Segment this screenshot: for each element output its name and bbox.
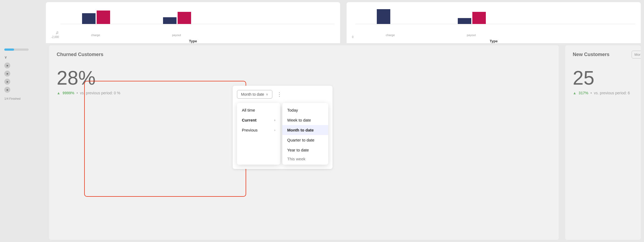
month-to-date-dropdown-btn[interactable]: Month to date ∨ bbox=[237, 90, 272, 99]
main-content-area: ∨ 1/4 Finished Churned Customers 28% ▲ 9… bbox=[0, 43, 644, 242]
left-chart-svg: charge payout bbox=[60, 8, 335, 37]
left-sidebar: ∨ 1/4 Finished bbox=[0, 43, 46, 242]
dropdown-item-week-to-date[interactable]: Week to date bbox=[282, 115, 328, 125]
charge-red-bar bbox=[97, 11, 110, 24]
play-button-3[interactable] bbox=[4, 79, 10, 85]
new-customers-card: New Customers Mor 25 ▲ 317% • vs. previo… bbox=[565, 45, 641, 240]
x-label-charge: charge bbox=[91, 33, 100, 37]
y-axis-label-left: To bbox=[56, 24, 59, 34]
dropdown-chevron-icon: ∨ bbox=[266, 92, 268, 96]
right-chart-panel: 0 charge payout Type bbox=[347, 2, 641, 43]
this-week-label: This week bbox=[287, 157, 306, 161]
dropdown-trigger-area: Month to date ∨ ⋮ All time Current › Pre… bbox=[233, 86, 333, 169]
y-tick-left: -2,000 bbox=[51, 36, 59, 39]
right-x-label-charge: charge bbox=[386, 33, 395, 37]
charge-blue-bar bbox=[82, 13, 96, 24]
x-label-payout: payout bbox=[172, 33, 181, 37]
dropdown-selected-label: Month to date bbox=[241, 92, 264, 96]
progress-bar-fill bbox=[4, 49, 14, 51]
dropdown-item-today[interactable]: Today bbox=[282, 105, 328, 115]
quarter-to-date-label: Quarter to date bbox=[287, 138, 314, 142]
dropdown-item-month-to-date[interactable]: Month to date bbox=[282, 125, 328, 135]
secondary-dropdown-menu: Today Week to date Month to date Quarter… bbox=[282, 103, 328, 165]
progress-text: 1/4 Finished bbox=[4, 97, 21, 100]
new-customers-overlay bbox=[565, 45, 641, 240]
all-time-label: All time bbox=[242, 108, 255, 112]
right-charge-blue-bar bbox=[377, 9, 390, 24]
play-button-2[interactable] bbox=[4, 71, 10, 77]
play-button-4[interactable] bbox=[4, 87, 10, 93]
right-chart-x-title: Type bbox=[352, 39, 635, 43]
dropdown-menus-container: All time Current › Previous › Today Week… bbox=[237, 103, 328, 165]
previous-label: Previous bbox=[242, 128, 257, 132]
today-label: Today bbox=[287, 108, 298, 112]
payout-red-bar bbox=[178, 12, 191, 24]
top-charts-area: To -2,000 charge payout T bbox=[0, 0, 644, 43]
left-chart-panel: To -2,000 charge payout T bbox=[46, 2, 340, 43]
dropdown-item-current[interactable]: Current › bbox=[237, 115, 280, 125]
current-chevron-icon: › bbox=[274, 118, 275, 122]
right-chart-svg: charge payout bbox=[355, 8, 635, 37]
left-chart-x-title: Type bbox=[51, 39, 335, 43]
dropdown-item-all-time[interactable]: All time bbox=[237, 105, 280, 115]
right-x-label-payout: payout bbox=[467, 33, 476, 37]
right-payout-blue-bar bbox=[458, 18, 471, 24]
more-options-btn[interactable]: ⋮ bbox=[274, 90, 284, 99]
dropdown-item-this-week[interactable]: This week bbox=[282, 155, 328, 163]
sidebar-top-spacer bbox=[0, 0, 46, 43]
dropdown-item-year-to-date[interactable]: Year to date bbox=[282, 145, 328, 155]
play-button-1[interactable] bbox=[4, 63, 10, 68]
primary-dropdown-menu: All time Current › Previous › bbox=[237, 103, 280, 165]
year-to-date-label: Year to date bbox=[287, 148, 309, 152]
y-tick-right: 0 bbox=[352, 36, 354, 39]
right-payout-red-bar bbox=[472, 12, 486, 24]
dropdown-item-quarter-to-date[interactable]: Quarter to date bbox=[282, 135, 328, 145]
current-label: Current bbox=[242, 118, 256, 122]
week-to-date-label: Week to date bbox=[287, 118, 311, 122]
dropdown-item-previous[interactable]: Previous › bbox=[237, 125, 280, 135]
progress-bar-container bbox=[4, 49, 29, 51]
collapse-chevron-icon[interactable]: ∨ bbox=[4, 55, 7, 59]
month-to-date-label: Month to date bbox=[287, 128, 314, 132]
dropdown-header: Month to date ∨ ⋮ bbox=[237, 90, 328, 99]
previous-chevron-icon: › bbox=[274, 128, 275, 132]
payout-blue-bar bbox=[163, 17, 177, 24]
